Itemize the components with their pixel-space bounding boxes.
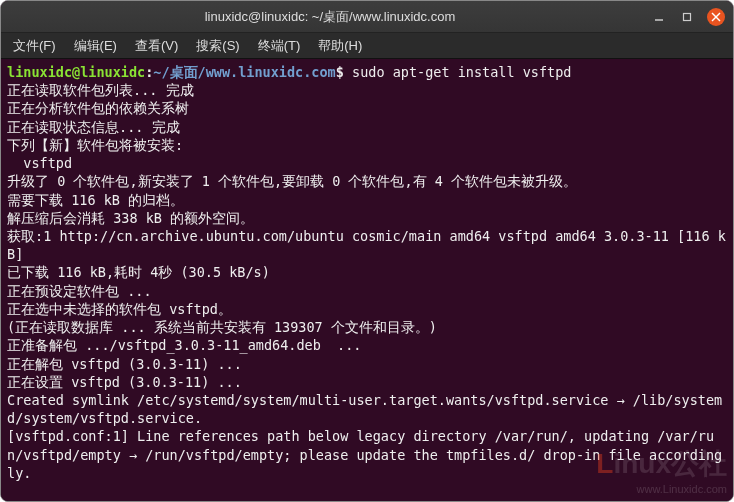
menu-file[interactable]: 文件(F) bbox=[5, 35, 64, 57]
terminal-body[interactable]: linuxidc@linuxidc:~/桌面/www.linuxidc.com$… bbox=[1, 59, 733, 501]
out-line: (正在读取数据库 ... 系统当前共安装有 139307 个文件和目录。) bbox=[7, 319, 437, 335]
out-line: [vsftpd.conf:1] Line references path bel… bbox=[7, 428, 722, 480]
prompt-dollar: $ bbox=[336, 64, 344, 80]
out-line: Created symlink /etc/systemd/system/mult… bbox=[7, 392, 722, 426]
out-line: 正在读取状态信息... 完成 bbox=[7, 119, 180, 135]
menu-view[interactable]: 查看(V) bbox=[127, 35, 186, 57]
command-text: sudo apt-get install vsftpd bbox=[344, 64, 572, 80]
titlebar: linuxidc@linuxidc: ~/桌面/www.linuxidc.com bbox=[1, 1, 733, 33]
minimize-button[interactable] bbox=[651, 9, 667, 25]
prompt-path-tilde: ~/桌面 bbox=[153, 64, 197, 80]
out-line: 已下载 116 kB,耗时 4秒 (30.5 kB/s) bbox=[7, 264, 270, 280]
out-line: 解压缩后会消耗 338 kB 的额外空间。 bbox=[7, 210, 254, 226]
out-line: 正在解包 vsftpd (3.0.3-11) ... bbox=[7, 356, 242, 372]
window-buttons bbox=[651, 8, 725, 26]
out-line: 正准备解包 .../vsftpd_3.0.3-11_amd64.deb ... bbox=[7, 337, 361, 353]
out-line: 正在读取软件包列表... 完成 bbox=[7, 82, 194, 98]
prompt-user-host: linuxidc@linuxidc bbox=[7, 64, 145, 80]
maximize-button[interactable] bbox=[679, 9, 695, 25]
menubar: 文件(F) 编辑(E) 查看(V) 搜索(S) 终端(T) 帮助(H) bbox=[1, 33, 733, 59]
prompt-path-rest: /www.linuxidc.com bbox=[198, 64, 336, 80]
out-line: 正在分析软件包的依赖关系树 bbox=[7, 100, 189, 116]
out-line: 下列【新】软件包将被安装: bbox=[7, 137, 183, 153]
out-line: 正在预设定软件包 ... bbox=[7, 283, 152, 299]
svg-rect-1 bbox=[684, 13, 691, 20]
out-line: vsftpd bbox=[7, 155, 72, 171]
menu-search[interactable]: 搜索(S) bbox=[188, 35, 247, 57]
window-title: linuxidc@linuxidc: ~/桌面/www.linuxidc.com bbox=[9, 8, 651, 26]
menu-help[interactable]: 帮助(H) bbox=[310, 35, 370, 57]
out-line: 需要下载 116 kB 的归档。 bbox=[7, 192, 184, 208]
out-line: 获取:1 http://cn.archive.ubuntu.com/ubuntu… bbox=[7, 228, 726, 262]
out-line: 正在选中未选择的软件包 vsftpd。 bbox=[7, 301, 232, 317]
out-line: 正在设置 vsftpd (3.0.3-11) ... bbox=[7, 374, 242, 390]
terminal-window: linuxidc@linuxidc: ~/桌面/www.linuxidc.com… bbox=[0, 0, 734, 502]
menu-edit[interactable]: 编辑(E) bbox=[66, 35, 125, 57]
close-button[interactable] bbox=[707, 8, 725, 26]
menu-terminal[interactable]: 终端(T) bbox=[250, 35, 309, 57]
out-line: 升级了 0 个软件包,新安装了 1 个软件包,要卸载 0 个软件包,有 4 个软… bbox=[7, 173, 577, 189]
